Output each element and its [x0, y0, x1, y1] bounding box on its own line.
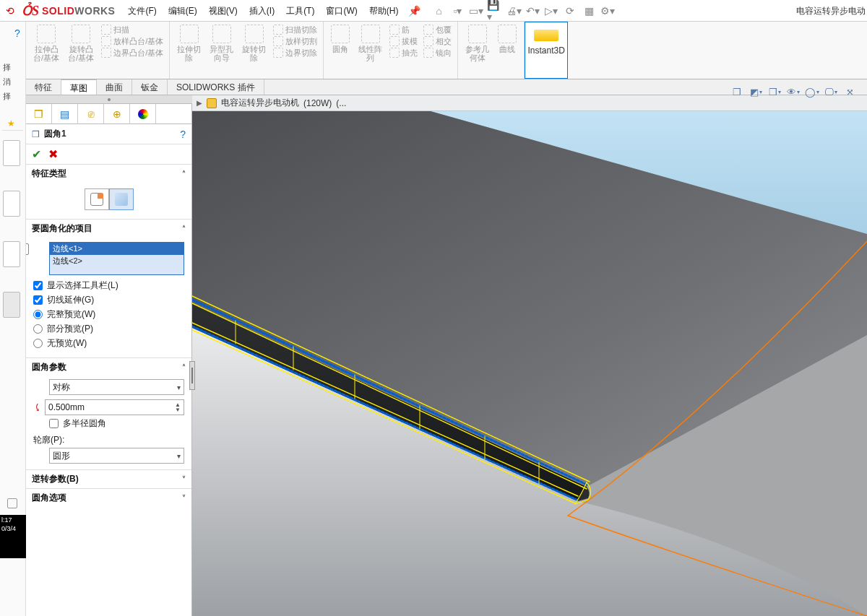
chk-tangent-propagation[interactable]: 切线延伸(G)	[33, 294, 184, 306]
pt-config[interactable]: ⎚	[78, 104, 104, 123]
profile-select[interactable]: 圆形▾	[49, 448, 184, 464]
tab-surface[interactable]: 曲面	[97, 79, 132, 95]
menu-edit[interactable]: 编辑(E)	[163, 0, 203, 22]
chev-up-icon-2[interactable]: ˄	[182, 225, 186, 233]
crumb-part-name[interactable]: 电容运转异步电动机	[221, 97, 299, 109]
print-icon[interactable]: 🖨▾	[505, 2, 522, 19]
fillet-button[interactable]: 圆角	[327, 23, 354, 64]
rib-button[interactable]: 筋	[389, 25, 418, 35]
menu-file[interactable]: 文件(F)	[122, 0, 162, 22]
edge-2[interactable]: 边线<2>	[50, 255, 184, 267]
menu-window[interactable]: 窗口(W)	[320, 0, 363, 22]
fillet-type-full[interactable]	[109, 188, 134, 210]
open-icon[interactable]: ▭▾	[467, 2, 485, 19]
menu-help[interactable]: 帮助(H)	[363, 0, 405, 22]
swept-cut-button[interactable]: 扫描切除	[273, 25, 317, 35]
menu-view[interactable]: 视图(V)	[203, 0, 243, 22]
pt-property[interactable]: ▤	[52, 104, 78, 123]
panel-grip[interactable]	[26, 95, 192, 104]
radius-spinner[interactable]: ▲▼	[175, 402, 181, 412]
help-icon[interactable]: ?	[14, 27, 20, 39]
menu-items: 文件(F) 编辑(E) 视图(V) 插入(I) 工具(T) 窗口(W) 帮助(H…	[122, 0, 404, 22]
thumb-2[interactable]	[3, 191, 20, 217]
radio-partial-preview[interactable]: 部分预览(P)	[33, 323, 184, 335]
fillet-type-const[interactable]	[85, 188, 109, 210]
edge-1[interactable]: 边线<1>	[50, 243, 184, 255]
vt-cube-icon[interactable]: ❒▾	[766, 84, 783, 100]
graphics-viewport[interactable]	[192, 111, 867, 616]
hole-wizard-button[interactable]: 异型孔 向导	[205, 23, 238, 64]
cancel-button[interactable]: ✖	[48, 147, 58, 161]
shell-button[interactable]: 抽壳	[389, 48, 418, 58]
tab-addins[interactable]: SOLIDWORKS 插件	[168, 79, 264, 95]
menu-tools[interactable]: 工具(T)	[280, 0, 320, 22]
menu-insert[interactable]: 插入(I)	[243, 0, 280, 22]
wrap-button[interactable]: 包覆	[423, 25, 452, 35]
radio-no-preview[interactable]: 无预览(W)	[33, 337, 184, 350]
options-icon[interactable]: ▦	[580, 2, 598, 19]
tab-features[interactable]: 特征	[26, 79, 61, 95]
revolved-boss-button[interactable]: 旋转凸 台/基体	[64, 23, 98, 64]
ref-geometry-button[interactable]: 参考几 何体	[461, 23, 493, 64]
boundary-boss-button[interactable]: 边界凸台/基体	[101, 48, 163, 58]
chk-show-toolbar[interactable]: 显示选择工具栏(L)	[33, 279, 184, 292]
swept-boss-button[interactable]: 扫描	[101, 25, 163, 35]
sec-options-title: 圆角选项	[32, 492, 66, 504]
crumb-arrow-icon[interactable]: ▶	[197, 99, 202, 107]
save-icon[interactable]: 💾▾	[486, 2, 504, 19]
select-icon[interactable]: ▷▾	[543, 2, 560, 19]
draft-button[interactable]: 拔模	[389, 36, 418, 46]
back-arrow-icon[interactable]: ⟲	[3, 5, 17, 17]
panel-tabs: ❒ ▤ ⎚ ⊕	[26, 104, 191, 124]
panel-pin-icon[interactable]: ?	[180, 129, 186, 140]
thumb-3[interactable]	[3, 241, 20, 267]
edge-select-icon[interactable]	[26, 243, 29, 255]
thumb-4[interactable]	[3, 292, 20, 318]
pt-appearance[interactable]	[130, 104, 156, 123]
mini-box[interactable]	[7, 498, 17, 508]
vt-appearance-icon[interactable]: ◯▾	[803, 84, 821, 100]
mirror-button[interactable]: 镜向	[423, 48, 452, 58]
extruded-cut-button[interactable]: 拉伸切 除	[173, 23, 205, 64]
linear-pattern-button[interactable]: 线性阵 列	[354, 23, 387, 64]
radius-input[interactable]: 0.500mm ▲▼	[45, 399, 184, 415]
new-icon[interactable]: ▫▾	[449, 2, 466, 19]
chev-up-icon[interactable]: ˄	[182, 170, 186, 178]
vt-triad-icon[interactable]: ⤧	[841, 84, 858, 100]
radius-icon: ⤹	[33, 402, 42, 413]
pt-dim[interactable]: ⊕	[104, 104, 130, 123]
rebuild-icon[interactable]: ⟳	[561, 2, 579, 19]
curves-button[interactable]: 曲线	[493, 23, 521, 64]
chev-down-icon-2[interactable]: ˅	[182, 494, 186, 502]
intersect-button[interactable]: 相交	[423, 36, 452, 46]
feature-title: ❒ 圆角1 ?	[26, 124, 191, 144]
pt-feature-tree[interactable]: ❒	[26, 104, 52, 123]
pin-icon[interactable]: 📌	[408, 5, 420, 17]
vt-eye-icon[interactable]: 👁▾	[785, 84, 802, 100]
panel-splitter[interactable]	[189, 361, 195, 390]
home-icon[interactable]: ⌂	[430, 2, 447, 19]
vt-view1-icon[interactable]: ❐	[728, 84, 746, 100]
chev-down-icon[interactable]: ˅	[182, 475, 186, 483]
symmetry-select[interactable]: 对称▾	[49, 379, 184, 395]
lofted-cut-button[interactable]: 放样切割	[273, 36, 317, 46]
tab-sheetmetal[interactable]: 钣金	[132, 79, 168, 95]
settings-icon[interactable]: ⚙▾	[599, 2, 616, 19]
boundary-cut-button[interactable]: 边界切除	[273, 48, 317, 58]
lofted-boss-button[interactable]: 放样凸台/基体	[101, 36, 163, 46]
undo-icon[interactable]: ↶▾	[524, 2, 541, 19]
edge-selection-box[interactable]: 边线<1> 边线<2>	[49, 242, 184, 275]
tab-sketch[interactable]: 草图	[61, 79, 97, 95]
ribbon: 拉伸凸 台/基体 旋转凸 台/基体 扫描 放样凸台/基体 边界凸台/基体 拉伸切…	[26, 22, 867, 79]
thumb-1[interactable]	[3, 140, 20, 166]
extruded-boss-button[interactable]: 拉伸凸 台/基体	[29, 23, 64, 64]
chk-multiradius[interactable]: 多半径圆角	[49, 417, 184, 430]
radio-full-preview[interactable]: 完整预览(W)	[33, 308, 184, 321]
accept-button[interactable]: ✔	[32, 147, 41, 161]
vt-display-icon[interactable]: 🖵▾	[822, 84, 840, 100]
instant3d-button[interactable]: Instant3D	[525, 22, 568, 79]
vt-section-icon[interactable]: ◩▾	[747, 84, 764, 100]
chev-up-icon-3[interactable]: ˄	[182, 363, 186, 371]
crumb-dots: (...	[336, 98, 346, 108]
revolved-cut-button[interactable]: 旋转切 除	[238, 23, 270, 64]
